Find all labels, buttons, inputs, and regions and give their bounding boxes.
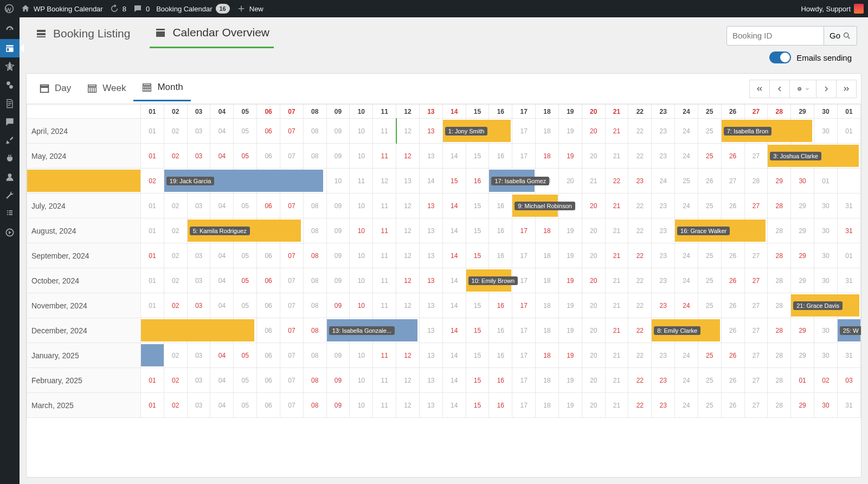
day-cell[interactable]: 03 — [187, 119, 210, 144]
day-cell[interactable]: 03 — [837, 368, 860, 393]
sidebar-plugins[interactable] — [0, 150, 20, 168]
day-cell[interactable]: 10 — [350, 243, 373, 268]
day-cell[interactable]: 27 — [744, 318, 768, 343]
day-cell[interactable]: 27 — [744, 293, 768, 318]
day-cell[interactable]: 17 — [512, 243, 536, 268]
day-cell[interactable]: 15 — [466, 393, 489, 418]
day-cell[interactable]: 01 — [141, 293, 164, 318]
day-cell[interactable]: 23 — [652, 368, 675, 393]
day-cell[interactable]: 29 — [791, 243, 814, 268]
day-cell[interactable]: 09 — [326, 393, 350, 418]
day-cell[interactable]: 13 — [419, 193, 442, 218]
nav-today[interactable] — [789, 80, 816, 98]
day-cell[interactable]: 07 — [280, 268, 303, 293]
day-cell[interactable]: 17 — [512, 368, 536, 393]
wp-logo[interactable] — [4, 4, 14, 14]
day-cell[interactable]: 16 — [489, 218, 512, 243]
day-cell[interactable]: 11 — [373, 393, 396, 418]
day-cell[interactable]: 26 — [721, 193, 744, 218]
day-cell[interactable]: 25 — [675, 169, 698, 193]
sidebar-collapse[interactable] — [0, 223, 20, 242]
day-cell[interactable]: 21 — [605, 193, 628, 218]
day-cell[interactable]: 2416: Grace Walker — [675, 218, 698, 243]
booking-event[interactable]: 10: Emily Brown — [466, 269, 512, 292]
day-cell[interactable]: 09 — [326, 368, 350, 393]
day-cell[interactable]: 23 — [652, 193, 675, 218]
day-cell[interactable]: 14 — [442, 293, 466, 318]
day-cell[interactable]: 19 — [558, 393, 582, 418]
day-cell[interactable]: 035: Kamila Rodriguez — [187, 218, 210, 243]
day-cell[interactable]: 01 — [141, 144, 164, 169]
day-cell[interactable]: 16 — [489, 243, 512, 268]
day-cell[interactable]: 10 — [326, 169, 350, 193]
day-cell[interactable]: 20 — [582, 144, 605, 169]
day-cell[interactable]: 22 — [628, 268, 652, 293]
day-cell[interactable]: 25 — [698, 393, 721, 418]
day-cell[interactable]: 07 — [280, 293, 303, 318]
sidebar-dashboard[interactable] — [0, 21, 20, 39]
day-cell[interactable]: 28 — [768, 368, 791, 393]
view-day[interactable]: Day — [31, 76, 79, 101]
day-cell[interactable]: 21 — [605, 243, 628, 268]
day-cell[interactable]: 28 — [768, 293, 791, 318]
day-cell[interactable]: 19 — [558, 243, 582, 268]
day-cell[interactable]: 06 — [257, 368, 280, 393]
day-cell[interactable]: 10 — [350, 343, 373, 368]
day-cell[interactable]: 13 — [419, 119, 442, 144]
day-cell[interactable]: 07 — [280, 119, 303, 144]
day-cell[interactable]: 24 — [652, 169, 675, 193]
day-cell[interactable]: 08 — [303, 293, 326, 318]
day-cell[interactable]: 30 — [814, 318, 838, 343]
day-cell[interactable]: 27 — [721, 169, 744, 193]
search-input[interactable] — [726, 26, 824, 46]
day-cell[interactable]: 10 — [350, 144, 373, 169]
day-cell[interactable]: 18 — [536, 293, 559, 318]
sidebar-pages[interactable] — [0, 94, 20, 113]
day-cell[interactable]: 21 — [582, 169, 605, 193]
day-cell[interactable]: 05 — [234, 293, 257, 318]
day-cell[interactable]: 13 — [419, 268, 442, 293]
day-cell[interactable]: 20 — [582, 293, 605, 318]
day-cell[interactable]: 30 — [814, 343, 838, 368]
day-cell[interactable]: 03 — [187, 144, 210, 169]
day-cell[interactable]: 02 — [164, 368, 187, 393]
day-cell[interactable]: 25 — [698, 343, 721, 368]
day-cell[interactable]: 17 — [512, 343, 536, 368]
day-cell[interactable]: 17 — [512, 144, 536, 169]
day-cell[interactable]: 20 — [582, 368, 605, 393]
day-cell[interactable]: 1510: Emily Brown — [466, 268, 489, 293]
day-cell[interactable]: 07 — [280, 318, 303, 343]
day-cell[interactable]: 30 — [791, 169, 814, 193]
day-cell[interactable]: 14 — [442, 318, 466, 343]
day-cell[interactable]: 23 — [652, 144, 675, 169]
day-cell[interactable]: 15 — [466, 318, 489, 343]
day-cell[interactable]: 29 — [791, 318, 814, 343]
day-cell[interactable]: 28 — [768, 343, 791, 368]
day-cell[interactable]: 15 — [466, 218, 489, 243]
day-cell[interactable]: 23 — [652, 343, 675, 368]
day-cell[interactable]: 11 — [373, 218, 396, 243]
day-cell[interactable]: 02 — [164, 343, 187, 368]
day-cell[interactable]: 13 — [419, 393, 442, 418]
day-cell[interactable]: 08 — [303, 218, 326, 243]
day-cell[interactable]: 24 — [675, 293, 698, 318]
day-cell[interactable]: 22 — [605, 169, 628, 193]
day-cell[interactable]: 14 — [442, 343, 466, 368]
day-cell[interactable]: 30 — [814, 193, 838, 218]
day-cell[interactable]: 18 — [536, 318, 559, 343]
day-cell[interactable]: 02 — [164, 119, 187, 144]
day-cell[interactable]: 07 — [280, 193, 303, 218]
day-cell[interactable]: 23 — [652, 293, 675, 318]
day-cell[interactable]: 13 — [419, 243, 442, 268]
day-cell[interactable]: 05 — [234, 268, 257, 293]
day-cell[interactable]: 09 — [326, 343, 350, 368]
day-cell[interactable]: 28 — [768, 393, 791, 418]
day-cell[interactable]: 238: Emily Clarke — [652, 318, 675, 343]
day-cell[interactable]: 01 — [141, 268, 164, 293]
day-cell[interactable]: 01 — [141, 243, 164, 268]
day-cell[interactable]: 29 — [791, 268, 814, 293]
day-cell[interactable]: 01 — [791, 368, 814, 393]
day-cell[interactable]: 26 — [721, 268, 744, 293]
nav-last[interactable] — [836, 80, 857, 98]
day-cell[interactable]: 15 — [466, 343, 489, 368]
